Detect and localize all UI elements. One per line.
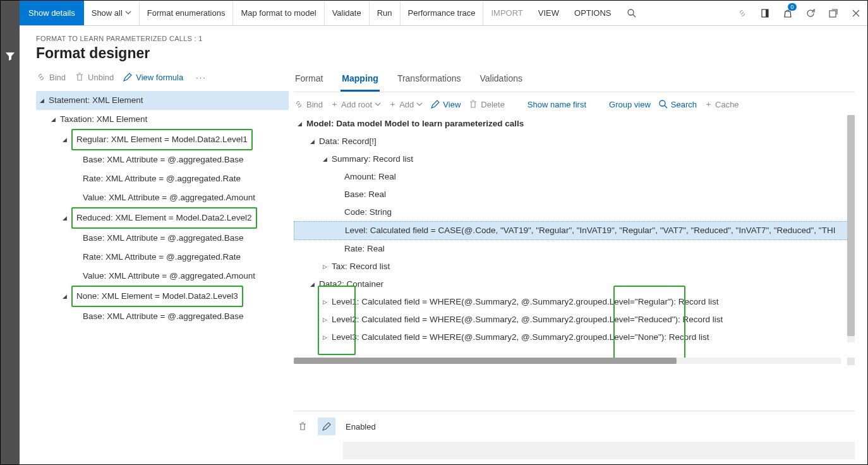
refresh-icon (805, 8, 816, 18)
tree-item-label: Value: XML Attribute = @.aggregated.Amou… (83, 188, 255, 207)
map-view-button[interactable]: View (430, 99, 461, 109)
validate-button[interactable]: Validate (325, 1, 370, 25)
expander-icon[interactable]: ◢ (47, 111, 59, 128)
close-button[interactable] (845, 1, 867, 25)
expander-icon[interactable]: ◢ (36, 92, 47, 109)
bind-button[interactable]: Bind (36, 72, 66, 82)
map-add-root-button[interactable]: ＋ Add root (330, 99, 381, 110)
expander-icon[interactable]: ▷ (319, 258, 330, 275)
tree-item-label: Rate: XML Attribute = @.aggregated.Rate (83, 248, 241, 267)
expander-icon[interactable]: ▷ (319, 329, 330, 346)
expander-icon[interactable]: ◢ (294, 115, 305, 133)
view-formula-button[interactable]: View formula (123, 72, 183, 82)
map-data2[interactable]: ◢ Data2: Container (294, 275, 848, 293)
show-all-button[interactable]: Show all (84, 1, 140, 25)
search-button[interactable] (619, 1, 644, 25)
map-rate[interactable]: ◢ Rate: Real (294, 240, 848, 258)
tree-item-label: Base: XML Attribute = @.aggregated.Base (83, 307, 243, 326)
tree-none-base[interactable]: ◢ Base: XML Attribute = @.aggregated.Bas… (36, 307, 289, 326)
expander-icon[interactable]: ◢ (306, 133, 318, 150)
options-button[interactable]: OPTIONS (567, 1, 619, 25)
expander-icon[interactable]: ▷ (319, 311, 330, 329)
map-model-button[interactable]: Map format to model (233, 1, 324, 25)
office-icon-button[interactable] (754, 1, 776, 25)
tree-none[interactable]: ◢ None: XML Element = Model.Data2.Level3 (36, 286, 289, 307)
tree-taxation[interactable]: ◢ Taxation: XML Element (36, 110, 289, 129)
cache-button[interactable]: ＋ Cache (704, 99, 739, 110)
expander-icon[interactable]: ◢ (319, 150, 330, 168)
search-icon (658, 99, 668, 109)
map-model[interactable]: ◢ Model: Data model Model to learn param… (294, 115, 848, 133)
map-search-button[interactable]: Search (658, 99, 697, 109)
tree-item-label: Regular: XML Element = Model.Data2.Level… (71, 129, 253, 150)
tab-validations[interactable]: Validations (479, 68, 524, 92)
tree-item-label: Base: XML Attribute = @.aggregated.Base (83, 150, 243, 169)
link-icon-button[interactable] (731, 1, 754, 25)
map-item-label: Tax: Record list (332, 258, 390, 275)
expander-icon[interactable]: ◢ (59, 287, 70, 305)
tab-transformations[interactable]: Transformations (396, 68, 462, 92)
expander-icon[interactable]: ◢ (59, 209, 70, 227)
expander-icon[interactable]: ▷ (319, 293, 330, 311)
tree-item-label: Statement: XML Element (49, 91, 143, 110)
filter-icon[interactable] (5, 51, 15, 464)
expander-icon[interactable]: ◢ (306, 275, 318, 293)
view-button[interactable]: VIEW (531, 1, 567, 25)
group-view-button[interactable]: Group view (609, 100, 651, 109)
svg-point-5 (660, 100, 665, 106)
map-amount[interactable]: ◢ Amount: Real (294, 168, 848, 186)
map-level3[interactable]: ▷ Level3: Calculated field = WHERE(@.Sum… (294, 329, 848, 346)
run-button[interactable]: Run (370, 1, 401, 25)
footer-edit-button[interactable] (318, 418, 335, 435)
map-add-button[interactable]: ＋ Add (389, 99, 423, 110)
map-base[interactable]: ◢ Base: Real (294, 186, 848, 203)
expander-icon[interactable]: ◢ (59, 131, 70, 148)
map-item-label: Data: Record[!] (319, 133, 377, 150)
tree-reduced-value[interactable]: ◢ Value: XML Attribute = @.aggregated.Am… (36, 267, 289, 286)
map-tax[interactable]: ▷ Tax: Record list (294, 258, 848, 275)
map-level1[interactable]: ▷ Level1: Calculated field = WHERE(@.Sum… (294, 293, 848, 311)
chevron-down-icon (125, 8, 131, 18)
map-item-label: Amount: Real (344, 168, 396, 186)
tab-format[interactable]: Format (294, 68, 324, 92)
office-icon (760, 8, 770, 18)
tree-regular[interactable]: ◢ Regular: XML Element = Model.Data2.Lev… (36, 129, 289, 150)
enabled-input[interactable] (343, 442, 855, 459)
svg-rect-4 (829, 11, 836, 17)
tree-statement[interactable]: ◢ Statement: XML Element (36, 91, 289, 110)
tab-mapping[interactable]: Mapping (341, 68, 380, 92)
map-summary[interactable]: ◢ Summary: Record list (294, 150, 848, 168)
plus-icon: ＋ (389, 99, 397, 110)
bag-icon-button[interactable]: 0 (776, 1, 799, 25)
show-details-button[interactable]: Show details (20, 1, 84, 25)
map-level[interactable]: ◢ Level: Calculated field = CASE(@.Code,… (294, 221, 848, 240)
tree-overflow-button[interactable]: ··· (192, 73, 210, 82)
tree-regular-value[interactable]: ◢ Value: XML Attribute = @.aggregated.Am… (36, 188, 289, 207)
map-bind-button[interactable]: Bind (294, 99, 323, 109)
svg-rect-3 (766, 9, 768, 17)
map-delete-button[interactable]: Delete (468, 99, 505, 109)
tree-reduced-rate[interactable]: ◢ Rate: XML Attribute = @.aggregated.Rat… (36, 248, 289, 267)
tree-reduced-base[interactable]: ◢ Base: XML Attribute = @.aggregated.Bas… (36, 229, 289, 248)
show-name-first-button[interactable]: Show name first (527, 100, 586, 109)
horizontal-scrollbar[interactable] (294, 358, 841, 364)
tree-regular-base[interactable]: ◢ Base: XML Attribute = @.aggregated.Bas… (36, 150, 289, 169)
tree-regular-rate[interactable]: ◢ Rate: XML Attribute = @.aggregated.Rat… (36, 169, 289, 188)
import-button[interactable]: IMPORT (483, 1, 530, 25)
map-code[interactable]: ◢ Code: String (294, 203, 848, 221)
refresh-button[interactable] (799, 1, 822, 25)
popout-button[interactable] (822, 1, 845, 25)
link-icon (294, 99, 304, 109)
footer-delete-button[interactable] (294, 418, 311, 435)
vertical-scrollbar[interactable] (847, 115, 855, 342)
unbind-button[interactable]: Unbind (75, 72, 114, 82)
perf-trace-button[interactable]: Performance trace (401, 1, 484, 25)
map-item-label: Level2: Calculated field = WHERE(@.Summa… (332, 311, 723, 329)
map-data[interactable]: ◢ Data: Record[!] (294, 133, 848, 150)
format-enum-button[interactable]: Format enumerations (140, 1, 234, 25)
map-level2[interactable]: ▷ Level2: Calculated field = WHERE(@.Sum… (294, 311, 848, 329)
map-item-label: Level1: Calculated field = WHERE(@.Summa… (332, 293, 719, 311)
chevron-down-icon (416, 101, 423, 107)
tree-reduced[interactable]: ◢ Reduced: XML Element = Model.Data2.Lev… (36, 207, 289, 229)
pencil-icon (430, 99, 440, 109)
